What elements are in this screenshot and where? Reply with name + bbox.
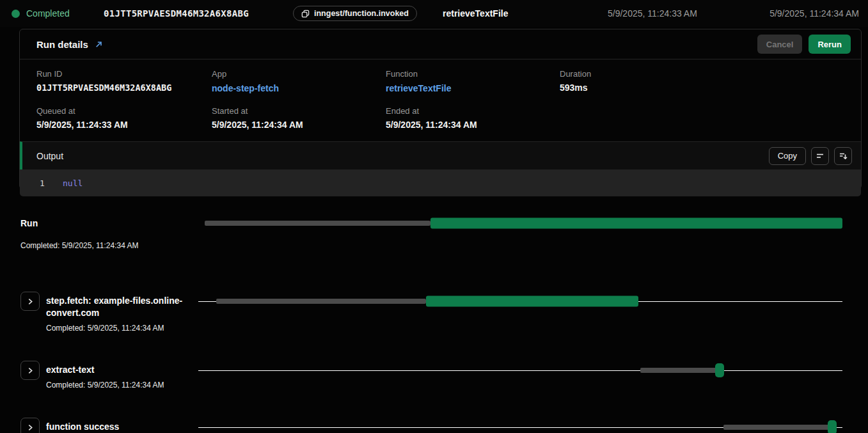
step-name[interactable]: extract-text [46, 361, 194, 376]
expand-step-button[interactable] [20, 418, 40, 433]
step-duration-bar [828, 420, 837, 433]
output-value: null [63, 178, 83, 188]
chevron-right-icon [27, 298, 34, 305]
step-completed: Completed: 5/9/2025, 11:24:34 AM [46, 324, 198, 333]
step-name[interactable]: function success [46, 418, 194, 433]
status-label: Completed [26, 8, 70, 19]
field-label: Ended at [386, 106, 560, 116]
timeline-baseline [198, 370, 842, 371]
queued-timestamp: 5/9/2025, 11:24:33 AM [608, 8, 769, 19]
run-duration-bar [430, 218, 842, 229]
step-wait-bar [216, 299, 426, 304]
field-value-started-at: 5/9/2025, 11:24:34 AM [212, 120, 386, 130]
output-section-header: Output Copy [20, 141, 861, 169]
run-id-text: 01JTT5RPVAESDM46M32A6X8ABG [104, 8, 293, 19]
field-duration: Duration 593ms [560, 69, 861, 94]
trace-run-completed: Completed: 5/9/2025, 11:24:34 AM [20, 241, 842, 250]
run-detail-fields: Run ID 01JTT5RPVAESDM46M32A6X8ABG App no… [20, 59, 861, 141]
step-bar[interactable] [198, 292, 842, 311]
field-value-ended-at: 5/9/2025, 11:24:34 AM [386, 120, 560, 130]
run-summary-bar: Completed 01JTT5RPVAESDM46M32A6X8ABG inn… [0, 0, 868, 27]
step-wait-bar [640, 368, 716, 373]
field-started-at: Started at 5/9/2025, 11:24:34 AM [212, 106, 386, 130]
function-link[interactable]: retrieveTextFile [386, 83, 451, 93]
step-bar[interactable] [198, 361, 842, 380]
scroll-to-bottom-button[interactable] [834, 147, 852, 165]
trace-row-function-success: function success Completed: 5/9/2025, 11… [20, 418, 842, 433]
field-function: Function retrieveTextFile [386, 69, 560, 94]
trace-row-run: Run [20, 214, 842, 233]
field-value-queued-at: 5/9/2025, 11:24:33 AM [36, 120, 212, 130]
field-label: Queued at [36, 106, 212, 116]
field-ended-at: Ended at 5/9/2025, 11:24:34 AM [386, 106, 560, 130]
function-name-text: retrieveTextFile [443, 8, 608, 19]
output-code-viewer[interactable]: 1 null [20, 169, 861, 196]
trace-row-step-fetch: step.fetch: example-files.online-convert… [20, 292, 842, 333]
step-duration-bar [715, 363, 724, 377]
trace-row-extract-text: extract-text Completed: 5/9/2025, 11:24:… [20, 361, 842, 390]
rerun-button[interactable]: Rerun [809, 35, 851, 54]
run-trace-timeline: Run Completed: 5/9/2025, 11:24:34 AM ste… [20, 214, 842, 433]
field-queued-at: Queued at 5/9/2025, 11:24:33 AM [36, 106, 212, 130]
chevron-right-icon [27, 424, 34, 431]
field-value-duration: 593ms [560, 83, 861, 93]
ended-timestamp: 5/9/2025, 11:24:34 AM [769, 8, 860, 19]
field-value-run-id: 01JTT5RPVAESDM46M32A6X8ABG [36, 83, 212, 93]
panel-title: Run details [36, 39, 88, 50]
copy-output-button[interactable]: Copy [769, 147, 806, 165]
field-label: App [212, 69, 386, 79]
run-details-panel: Run details Cancel Rerun Run ID 01JTT5RP… [19, 29, 862, 189]
status-completed-dot-icon [12, 10, 20, 18]
step-completed: Completed: 5/9/2025, 11:24:34 AM [46, 381, 198, 390]
event-badge-label: inngest/function.invoked [314, 9, 409, 18]
line-number: 1 [33, 178, 52, 188]
field-label: Duration [560, 69, 861, 79]
field-run-id: Run ID 01JTT5RPVAESDM46M32A6X8ABG [36, 69, 212, 94]
step-bar[interactable] [198, 418, 842, 433]
app-link[interactable]: node-step-fetch [212, 83, 279, 93]
expand-step-button[interactable] [20, 292, 40, 311]
chevron-right-icon [27, 367, 34, 374]
step-wait-bar [723, 425, 829, 430]
cancel-button[interactable]: Cancel [757, 35, 803, 54]
trace-run-label: Run [20, 218, 205, 228]
trace-run-bar[interactable] [205, 214, 842, 233]
run-status: Completed [8, 8, 104, 19]
step-name[interactable]: step.fetch: example-files.online-convert… [46, 292, 194, 319]
field-app: App node-step-fetch [212, 69, 386, 94]
queue-duration-bar [205, 221, 430, 226]
copy-icon [301, 10, 310, 18]
field-label: Started at [212, 106, 386, 116]
field-label: Function [386, 69, 560, 79]
expand-step-button[interactable] [20, 361, 40, 380]
field-label: Run ID [36, 69, 212, 79]
wrap-text-button[interactable] [811, 147, 829, 165]
run-details-header: Run details Cancel Rerun [20, 29, 861, 59]
step-duration-bar [426, 296, 638, 307]
trigger-event-badge[interactable]: inngest/function.invoked [293, 6, 417, 21]
external-link-icon[interactable] [95, 40, 103, 49]
lines-arrow-down-icon [839, 152, 848, 161]
output-title: Output [36, 151, 769, 161]
wrap-text-icon [816, 152, 825, 161]
